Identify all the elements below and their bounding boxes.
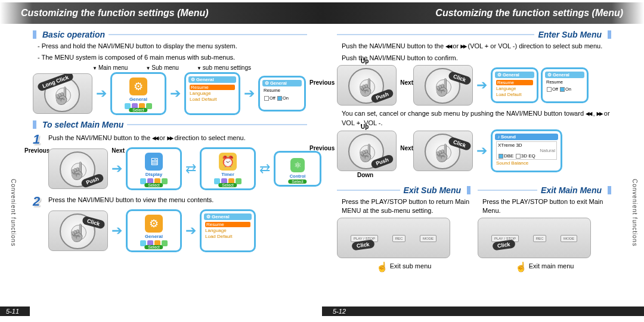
tile-label: General [145,234,163,239]
screen-main-general: ⚙ General Select [110,72,166,115]
sound-item: 3D EQ [521,153,535,159]
device-wheel: ☝ Push [337,65,397,106]
step-number: 1 [33,132,48,147]
body-text: - The MENU system is composed of 6 main … [38,53,307,62]
section-title: To select Main Menu [39,120,127,129]
body-text: Press the PLAY/STOP button to exit Main … [482,197,611,215]
gear-icon: ⚙ [547,72,552,78]
sound-item: XTreme 3D [498,143,555,148]
page-title: Customizing the function settings (Menu) [0,2,322,24]
arrow-icon: ➔ [244,86,255,101]
sound-item: Sound Balance [496,160,557,166]
select-badge: Select [144,183,163,187]
side-tab: Convenient functions [6,179,17,246]
rule [109,34,307,35]
arrow-icon: ➔ [185,223,196,239]
exit-main-col: Exit Main Menu Press the PLAY/STOP butto… [478,181,611,271]
section-exit-sub: Exit Sub Menu [337,185,470,195]
select-badge: Select [129,108,147,112]
dir-next: Next [400,145,413,151]
bullet-icon [33,120,36,129]
section-title: Basic operation [39,30,109,39]
column-labels: Main menu Sub menu sub menu settings [92,64,307,71]
screen-submenu2: ⚙General Resume Language Load Default [200,209,256,252]
menu-item: Resume [190,85,235,90]
arrow-icon: ➔ [476,143,487,159]
device-wheel: ☝ Push [48,148,108,189]
arrow-icon: ➔ [476,78,487,93]
gear-icon: ⚙ [265,80,269,86]
section-basic: Basic operation [33,30,307,39]
step-1: 1 Push the NAVI/MENU button to the ◀◀ or… [33,132,307,147]
opt-off: Off [270,95,275,101]
bullet-icon [608,186,611,194]
hand-icon: ☝ [51,86,72,106]
body-text: You can set, cancel or change sub menu b… [342,109,611,128]
general-icon: ⚙ [129,78,147,95]
tile-label: Display [145,172,162,177]
screen-title: General [196,77,214,82]
screen-title: General [270,80,287,86]
screen-display: 🖥 Display Select [126,147,182,190]
col-label: Main menu [92,64,128,71]
hand-icon: ☝ [67,161,88,181]
step-text: Press the NAVI/MENU button to view the m… [48,194,307,203]
device-front: PLAY / STOP REC MODE Click [337,218,450,258]
opt-off: Off [552,86,558,92]
exit-main-caption: ☝ Exit main menu [478,259,611,271]
exit-sub-col: Exit Sub Menu Press the PLAY/STOP button… [337,181,470,271]
dir-next: Next [112,147,125,154]
menu-item: Load Default [190,97,235,102]
pointer-icon: ☝ [376,261,388,273]
menu-item: Load Default [496,92,533,97]
device-wheel: ☝ Click [413,131,473,171]
screen-title: General [503,72,519,78]
page-number: 5-12 [322,306,644,316]
arrow-icon: ➔ [112,223,122,239]
tile-label: Control [290,174,306,179]
forward-icon: ▶▶ [597,110,602,117]
mode-button: MODE [420,235,436,242]
setting-label: Resume [546,79,583,85]
opt-on: On [565,86,571,92]
tile-label: General [129,97,147,102]
rule [337,34,534,35]
tile-label: Timer [221,172,234,177]
device-wheel: ☝ Click [413,65,473,106]
page-title: Customizing the function settings (Menu) [322,2,644,24]
rec-button: REC [533,235,547,242]
rec-button: REC [392,235,406,242]
device-wheel: ☝ Long Click [33,73,92,114]
arrow-icon: ➔ [170,86,181,101]
step-text: Push the NAVI/MENU button to the ◀◀ or ▶… [48,132,307,142]
step2-row: ☝ Click ➔ ⚙ General Select ➔ ⚙General Re… [48,209,307,252]
col-label: sub menu settings [197,64,251,71]
screen-setting: ⚙General Resume Off On [258,76,306,112]
screen-general-setting: ⚙General Resume Off On [541,67,589,103]
dir-previous: Previous [24,147,49,154]
gear-icon: ⚙ [191,77,195,82]
mode-button: MODE [561,235,577,242]
step-number: 2 [33,194,48,209]
device-wheel: ☝ Push [337,131,397,171]
timer-icon: ⏰ [219,153,237,171]
gear-icon: ⚙ [497,72,501,78]
screen-submenu: ⚙General Resume Language Load Default [184,72,240,115]
select-badge: Select [288,179,306,184]
step1-row: Previous Next ☝ Push ➔ 🖥 Display Select … [48,147,307,190]
sound-item: DBE [504,153,513,159]
setting-label: Resume [264,88,301,93]
menu-item: Language [496,86,533,91]
hand-icon: ☝ [355,78,376,97]
hand-icon: ☝ [432,78,453,97]
dir-up: Up [361,58,369,64]
enter-row1: Up Previous Next ☝ Push ☝ Click ➔ ⚙Gener… [337,65,611,106]
rule [337,190,400,191]
select-badge: Select [144,245,163,249]
basic-row: ☝ Long Click ➔ ⚙ General Select ➔ ⚙Gener… [33,72,307,115]
screen-title: Sound [501,134,516,140]
pointer-icon: ☝ [515,261,527,273]
dir-down: Down [357,172,373,178]
rule [478,190,537,191]
display-icon: 🖥 [145,153,163,171]
